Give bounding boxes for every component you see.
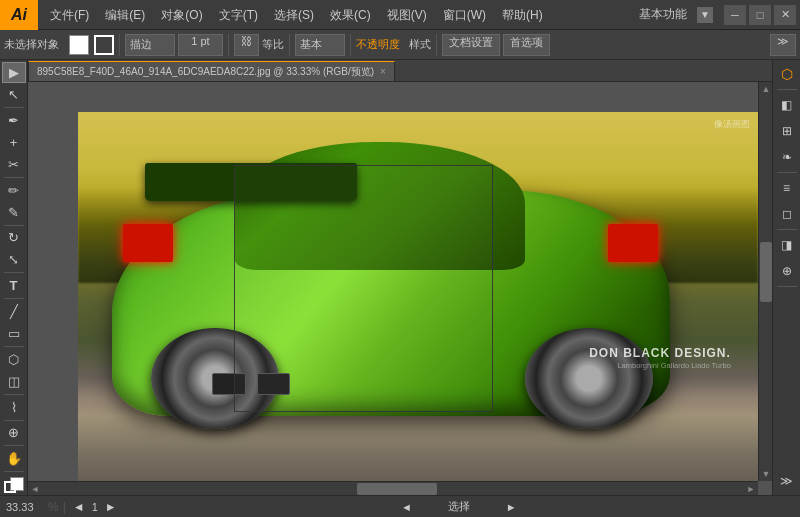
close-btn[interactable]: ✕ — [774, 5, 796, 25]
tool-pen[interactable]: ✒ — [2, 110, 26, 131]
separator-4 — [350, 34, 351, 56]
vertical-scroll-thumb[interactable] — [760, 242, 772, 302]
rp-separator-1 — [777, 89, 797, 90]
main-area: ▶ ↖ ✒ + ✂ ✏ ✎ ↻ ⤡ T ╱ ▭ ⬡ ◫ ⌇ ⊕ ✋ — [0, 60, 800, 495]
title-bar-right: 基本功能 ▼ ─ □ ✕ — [639, 5, 796, 25]
tool-direct-select[interactable]: ↖ — [2, 84, 26, 105]
menu-window[interactable]: 窗口(W) — [435, 0, 494, 30]
next-page-btn[interactable]: ► — [102, 500, 120, 514]
opacity-label: 不透明度 — [356, 37, 400, 52]
document-tab[interactable]: 895C58E8_F40D_46A0_914A_6DC9AEDA8C22.jpg… — [28, 61, 395, 81]
page-number: 1 — [92, 501, 98, 513]
tool-separator-2 — [4, 177, 24, 178]
fx-panel-btn[interactable]: ⊕ — [775, 259, 799, 283]
separator-2 — [228, 34, 229, 56]
menu-effect[interactable]: 效果(C) — [322, 0, 379, 30]
tool-select[interactable]: ▶ — [2, 62, 26, 83]
doc-settings-btn[interactable]: 文档设置 — [442, 34, 500, 56]
separator-1 — [119, 34, 120, 56]
panel-options-btn[interactable]: ≫ — [775, 469, 799, 493]
car-roof — [235, 142, 525, 270]
stroke-type-dropdown[interactable]: 描边 — [125, 34, 175, 56]
tool-rect[interactable]: ▭ — [2, 323, 26, 344]
scroll-right-btn[interactable]: ► — [744, 482, 758, 495]
tool-scissors[interactable]: ✂ — [2, 154, 26, 175]
selection-info: 选择 — [419, 499, 499, 514]
stroke-panel-btn[interactable]: ◨ — [775, 233, 799, 257]
canvas-area: 895C58E8_F40D_46A0_914A_6DC9AEDA8C22.jpg… — [28, 60, 772, 495]
align-panel-btn[interactable]: ≡ — [775, 176, 799, 200]
menu-view[interactable]: 视图(V) — [379, 0, 435, 30]
color-panel-btn[interactable]: ⬡ — [775, 62, 799, 86]
tool-eyedropper[interactable]: ⌇ — [2, 397, 26, 418]
style-dropdown[interactable]: 基本 — [295, 34, 345, 56]
tool-type[interactable]: T — [2, 275, 26, 296]
sb-separator-1: | — [63, 500, 66, 514]
tool-separator-8 — [4, 420, 24, 421]
rp-separator-4 — [777, 286, 797, 287]
horizontal-scrollbar[interactable]: ◄ ► — [28, 481, 758, 495]
artboard-next-btn[interactable]: ► — [503, 501, 520, 513]
menu-object[interactable]: 对象(O) — [153, 0, 210, 30]
tool-scale[interactable]: ⤡ — [2, 249, 26, 270]
tool-add-anchor[interactable]: + — [2, 132, 26, 153]
vertical-scrollbar[interactable]: ▲ ▼ — [758, 82, 772, 481]
ratio-label: 等比 — [262, 37, 284, 52]
tab-filename: 895C58E8_F40D_46A0_914A_6DC9AEDA8C22.jpg… — [37, 65, 374, 79]
don-black-text: DON BLACK DESIGN. Lamborghini Gallardo L… — [589, 346, 731, 370]
tool-line[interactable]: ╱ — [2, 301, 26, 322]
prefs-btn[interactable]: 首选项 — [503, 34, 550, 56]
rp-separator-3 — [777, 229, 797, 230]
tab-close-btn[interactable]: × — [380, 66, 386, 77]
tool-separator-4 — [4, 272, 24, 273]
menu-select[interactable]: 选择(S) — [266, 0, 322, 30]
maximize-btn[interactable]: □ — [749, 5, 771, 25]
scroll-up-btn[interactable]: ▲ — [759, 82, 772, 96]
tool-brush[interactable]: ✏ — [2, 180, 26, 201]
tool-pencil[interactable]: ✎ — [2, 202, 26, 223]
minimize-btn[interactable]: ─ — [724, 5, 746, 25]
tool-separator-1 — [4, 107, 24, 108]
menu-edit[interactable]: 编辑(E) — [97, 0, 153, 30]
horizontal-scroll-thumb[interactable] — [357, 483, 437, 495]
workspace-toggle-btn[interactable]: ▼ — [697, 7, 713, 23]
menu-bar: 文件(F) 编辑(E) 对象(O) 文字(T) 选择(S) 效果(C) 视图(V… — [42, 0, 551, 30]
menu-type[interactable]: 文字(T) — [211, 0, 266, 30]
ratio-lock-btn[interactable]: ⛓ — [234, 34, 259, 56]
car-scene: 像汤画图 DON BLACK DESIGN. Lamborghini Galla… — [78, 112, 758, 492]
car-spoiler — [145, 163, 357, 200]
artboards-panel-btn[interactable]: ◧ — [775, 93, 799, 117]
menu-file[interactable]: 文件(F) — [42, 0, 97, 30]
scroll-left-btn[interactable]: ◄ — [28, 482, 42, 495]
tool-paintbucket[interactable]: ⬡ — [2, 349, 26, 370]
tool-gradient[interactable]: ◫ — [2, 371, 26, 392]
artboard-prev-btn[interactable]: ◄ — [398, 501, 415, 513]
toolbox: ▶ ↖ ✒ + ✂ ✏ ✎ ↻ ⤡ T ╱ ▭ ⬡ ◫ ⌇ ⊕ ✋ — [0, 60, 28, 495]
workspace-label: 基本功能 — [639, 6, 687, 23]
swatches-panel-btn[interactable]: ❧ — [775, 145, 799, 169]
exhaust-right — [257, 373, 290, 394]
stroke-color-indicator[interactable] — [4, 481, 16, 493]
menu-help[interactable]: 帮助(H) — [494, 0, 551, 30]
car-body — [112, 150, 670, 416]
tool-separator-3 — [4, 225, 24, 226]
layers-panel-btn[interactable]: ⊞ — [775, 119, 799, 143]
taillight-right — [608, 224, 658, 261]
artboard[interactable]: 像汤画图 DON BLACK DESIGN. Lamborghini Galla… — [78, 112, 758, 492]
scroll-down-btn[interactable]: ▼ — [759, 467, 772, 481]
stroke-swatch[interactable] — [94, 35, 114, 55]
transform-panel-btn[interactable]: ◻ — [775, 202, 799, 226]
tool-hand[interactable]: ✋ — [2, 448, 26, 469]
tool-rotate[interactable]: ↻ — [2, 227, 26, 248]
zoom-level: 33.33 — [6, 501, 44, 513]
viewport[interactable]: 像汤画图 DON BLACK DESIGN. Lamborghini Galla… — [28, 82, 772, 495]
fill-swatch[interactable] — [69, 35, 89, 55]
prev-page-btn[interactable]: ◄ — [70, 500, 88, 514]
tool-zoom[interactable]: ⊕ — [2, 422, 26, 443]
artboard-container: 像汤画图 DON BLACK DESIGN. Lamborghini Galla… — [78, 112, 758, 492]
tool-separator-5 — [4, 298, 24, 299]
stroke-width-input[interactable]: 1 pt — [178, 34, 223, 56]
tool-separator-9 — [4, 445, 24, 446]
toolbar-options-btn[interactable]: ≫ — [770, 34, 796, 56]
status-bar: 33.33 % | ◄ 1 ► ◄ 选择 ► — [0, 495, 800, 517]
